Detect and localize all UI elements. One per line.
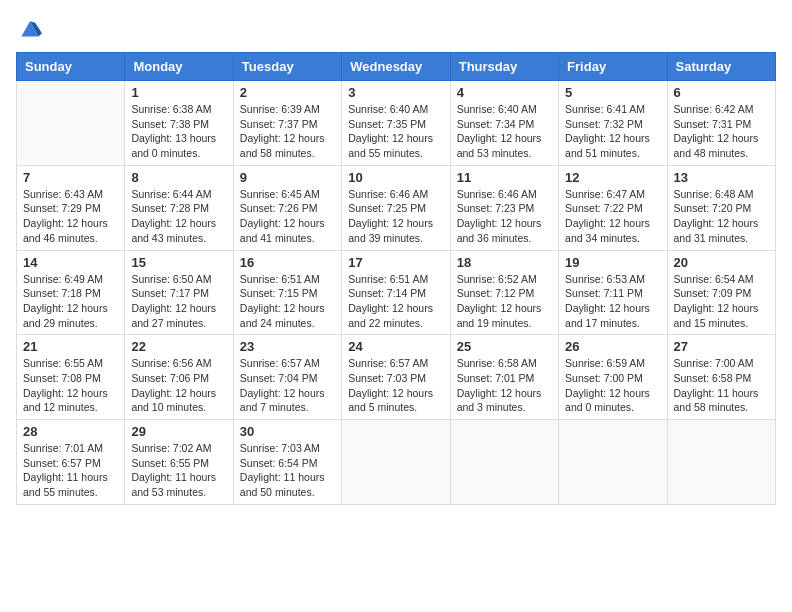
calendar-cell	[559, 420, 667, 505]
calendar-week-row: 21Sunrise: 6:55 AMSunset: 7:08 PMDayligh…	[17, 335, 776, 420]
calendar-cell	[17, 81, 125, 166]
day-info: Sunrise: 6:57 AMSunset: 7:04 PMDaylight:…	[240, 356, 335, 415]
calendar-cell	[667, 420, 775, 505]
day-number: 16	[240, 255, 335, 270]
calendar-cell: 19Sunrise: 6:53 AMSunset: 7:11 PMDayligh…	[559, 250, 667, 335]
day-number: 28	[23, 424, 118, 439]
day-info: Sunrise: 6:51 AMSunset: 7:14 PMDaylight:…	[348, 272, 443, 331]
day-number: 18	[457, 255, 552, 270]
calendar-header-row: SundayMondayTuesdayWednesdayThursdayFrid…	[17, 53, 776, 81]
day-info: Sunrise: 6:51 AMSunset: 7:15 PMDaylight:…	[240, 272, 335, 331]
calendar-cell: 8Sunrise: 6:44 AMSunset: 7:28 PMDaylight…	[125, 165, 233, 250]
day-number: 3	[348, 85, 443, 100]
calendar-week-row: 1Sunrise: 6:38 AMSunset: 7:38 PMDaylight…	[17, 81, 776, 166]
calendar-week-row: 28Sunrise: 7:01 AMSunset: 6:57 PMDayligh…	[17, 420, 776, 505]
calendar-table: SundayMondayTuesdayWednesdayThursdayFrid…	[16, 52, 776, 505]
calendar-cell: 23Sunrise: 6:57 AMSunset: 7:04 PMDayligh…	[233, 335, 341, 420]
day-number: 1	[131, 85, 226, 100]
day-info: Sunrise: 6:48 AMSunset: 7:20 PMDaylight:…	[674, 187, 769, 246]
calendar-cell: 30Sunrise: 7:03 AMSunset: 6:54 PMDayligh…	[233, 420, 341, 505]
day-number: 29	[131, 424, 226, 439]
day-info: Sunrise: 6:52 AMSunset: 7:12 PMDaylight:…	[457, 272, 552, 331]
day-number: 24	[348, 339, 443, 354]
day-info: Sunrise: 6:43 AMSunset: 7:29 PMDaylight:…	[23, 187, 118, 246]
day-info: Sunrise: 6:47 AMSunset: 7:22 PMDaylight:…	[565, 187, 660, 246]
day-number: 12	[565, 170, 660, 185]
calendar-cell: 3Sunrise: 6:40 AMSunset: 7:35 PMDaylight…	[342, 81, 450, 166]
calendar-cell: 5Sunrise: 6:41 AMSunset: 7:32 PMDaylight…	[559, 81, 667, 166]
day-info: Sunrise: 6:57 AMSunset: 7:03 PMDaylight:…	[348, 356, 443, 415]
day-number: 23	[240, 339, 335, 354]
day-info: Sunrise: 6:45 AMSunset: 7:26 PMDaylight:…	[240, 187, 335, 246]
weekday-header: Sunday	[17, 53, 125, 81]
day-number: 8	[131, 170, 226, 185]
day-number: 21	[23, 339, 118, 354]
calendar-cell: 6Sunrise: 6:42 AMSunset: 7:31 PMDaylight…	[667, 81, 775, 166]
weekday-header: Friday	[559, 53, 667, 81]
day-number: 26	[565, 339, 660, 354]
calendar-cell: 13Sunrise: 6:48 AMSunset: 7:20 PMDayligh…	[667, 165, 775, 250]
day-info: Sunrise: 6:46 AMSunset: 7:23 PMDaylight:…	[457, 187, 552, 246]
day-info: Sunrise: 6:41 AMSunset: 7:32 PMDaylight:…	[565, 102, 660, 161]
day-number: 19	[565, 255, 660, 270]
day-number: 6	[674, 85, 769, 100]
calendar-week-row: 14Sunrise: 6:49 AMSunset: 7:18 PMDayligh…	[17, 250, 776, 335]
calendar-cell: 29Sunrise: 7:02 AMSunset: 6:55 PMDayligh…	[125, 420, 233, 505]
day-info: Sunrise: 6:42 AMSunset: 7:31 PMDaylight:…	[674, 102, 769, 161]
day-info: Sunrise: 6:53 AMSunset: 7:11 PMDaylight:…	[565, 272, 660, 331]
day-number: 10	[348, 170, 443, 185]
weekday-header: Wednesday	[342, 53, 450, 81]
calendar-cell: 9Sunrise: 6:45 AMSunset: 7:26 PMDaylight…	[233, 165, 341, 250]
calendar-cell: 1Sunrise: 6:38 AMSunset: 7:38 PMDaylight…	[125, 81, 233, 166]
day-number: 2	[240, 85, 335, 100]
calendar-cell: 18Sunrise: 6:52 AMSunset: 7:12 PMDayligh…	[450, 250, 558, 335]
day-info: Sunrise: 6:54 AMSunset: 7:09 PMDaylight:…	[674, 272, 769, 331]
day-number: 14	[23, 255, 118, 270]
day-info: Sunrise: 6:58 AMSunset: 7:01 PMDaylight:…	[457, 356, 552, 415]
calendar-cell: 11Sunrise: 6:46 AMSunset: 7:23 PMDayligh…	[450, 165, 558, 250]
calendar-cell: 26Sunrise: 6:59 AMSunset: 7:00 PMDayligh…	[559, 335, 667, 420]
calendar-cell: 28Sunrise: 7:01 AMSunset: 6:57 PMDayligh…	[17, 420, 125, 505]
calendar-week-row: 7Sunrise: 6:43 AMSunset: 7:29 PMDaylight…	[17, 165, 776, 250]
day-info: Sunrise: 6:38 AMSunset: 7:38 PMDaylight:…	[131, 102, 226, 161]
day-number: 25	[457, 339, 552, 354]
day-number: 17	[348, 255, 443, 270]
day-info: Sunrise: 7:02 AMSunset: 6:55 PMDaylight:…	[131, 441, 226, 500]
calendar-cell	[342, 420, 450, 505]
calendar-cell: 25Sunrise: 6:58 AMSunset: 7:01 PMDayligh…	[450, 335, 558, 420]
calendar-cell: 20Sunrise: 6:54 AMSunset: 7:09 PMDayligh…	[667, 250, 775, 335]
day-info: Sunrise: 7:03 AMSunset: 6:54 PMDaylight:…	[240, 441, 335, 500]
day-number: 11	[457, 170, 552, 185]
weekday-header: Thursday	[450, 53, 558, 81]
day-info: Sunrise: 6:39 AMSunset: 7:37 PMDaylight:…	[240, 102, 335, 161]
day-info: Sunrise: 6:40 AMSunset: 7:35 PMDaylight:…	[348, 102, 443, 161]
day-info: Sunrise: 6:55 AMSunset: 7:08 PMDaylight:…	[23, 356, 118, 415]
calendar-cell: 4Sunrise: 6:40 AMSunset: 7:34 PMDaylight…	[450, 81, 558, 166]
day-number: 15	[131, 255, 226, 270]
calendar-cell: 17Sunrise: 6:51 AMSunset: 7:14 PMDayligh…	[342, 250, 450, 335]
calendar-cell	[450, 420, 558, 505]
calendar-cell: 15Sunrise: 6:50 AMSunset: 7:17 PMDayligh…	[125, 250, 233, 335]
day-number: 7	[23, 170, 118, 185]
day-info: Sunrise: 7:01 AMSunset: 6:57 PMDaylight:…	[23, 441, 118, 500]
day-number: 30	[240, 424, 335, 439]
day-info: Sunrise: 6:56 AMSunset: 7:06 PMDaylight:…	[131, 356, 226, 415]
weekday-header: Saturday	[667, 53, 775, 81]
day-info: Sunrise: 7:00 AMSunset: 6:58 PMDaylight:…	[674, 356, 769, 415]
calendar-cell: 27Sunrise: 7:00 AMSunset: 6:58 PMDayligh…	[667, 335, 775, 420]
day-info: Sunrise: 6:49 AMSunset: 7:18 PMDaylight:…	[23, 272, 118, 331]
day-info: Sunrise: 6:59 AMSunset: 7:00 PMDaylight:…	[565, 356, 660, 415]
day-number: 13	[674, 170, 769, 185]
logo-icon	[18, 16, 42, 40]
day-number: 4	[457, 85, 552, 100]
weekday-header: Tuesday	[233, 53, 341, 81]
day-number: 20	[674, 255, 769, 270]
calendar-cell: 12Sunrise: 6:47 AMSunset: 7:22 PMDayligh…	[559, 165, 667, 250]
day-number: 27	[674, 339, 769, 354]
calendar-cell: 22Sunrise: 6:56 AMSunset: 7:06 PMDayligh…	[125, 335, 233, 420]
calendar-cell: 21Sunrise: 6:55 AMSunset: 7:08 PMDayligh…	[17, 335, 125, 420]
calendar-cell: 14Sunrise: 6:49 AMSunset: 7:18 PMDayligh…	[17, 250, 125, 335]
calendar-cell: 24Sunrise: 6:57 AMSunset: 7:03 PMDayligh…	[342, 335, 450, 420]
calendar-cell: 2Sunrise: 6:39 AMSunset: 7:37 PMDaylight…	[233, 81, 341, 166]
day-info: Sunrise: 6:50 AMSunset: 7:17 PMDaylight:…	[131, 272, 226, 331]
